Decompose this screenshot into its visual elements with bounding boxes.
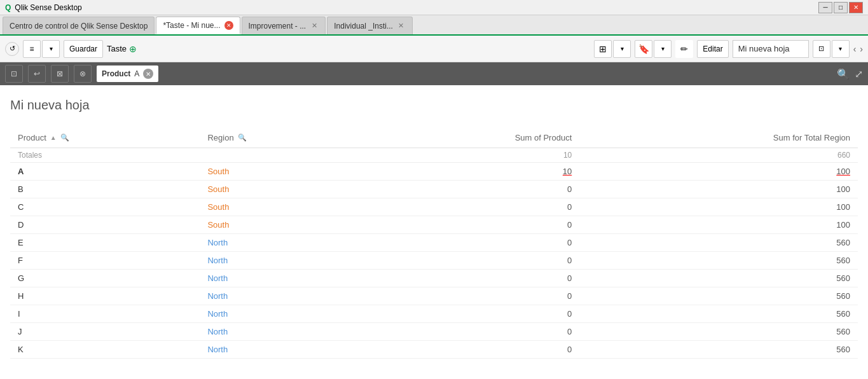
tab-individual[interactable]: Individual _Insti... ✕	[327, 17, 413, 34]
cell-region: North	[200, 287, 352, 305]
cell-product: J	[10, 323, 200, 341]
table-row: DSouth0100	[10, 216, 858, 234]
cell-sum-total: 560	[579, 270, 858, 287]
table-row: ENorth0560	[10, 234, 858, 252]
minimize-button[interactable]: ─	[818, 2, 832, 13]
app-name-area: Taste ⊕	[107, 44, 137, 54]
cell-sum-total: 560	[579, 234, 858, 252]
tabs-bar: Centro de control de Qlik Sense Desktop …	[0, 15, 868, 36]
search-icon-product[interactable]: 🔍	[60, 134, 69, 142]
cell-sum-product: 0	[352, 252, 579, 270]
select-area-icon[interactable]: ⊡	[5, 65, 23, 83]
search-icon[interactable]: 🔍	[837, 68, 850, 80]
cell-region: North	[200, 234, 352, 252]
cell-region: South	[200, 216, 352, 234]
cell-sum-product: 0	[352, 270, 579, 287]
table-row: JNorth0560	[10, 323, 858, 341]
prev-sheet-button[interactable]: ‹	[853, 44, 857, 54]
cell-product: D	[10, 216, 200, 234]
cell-sum-product: 0	[352, 198, 579, 216]
cell-product: H	[10, 287, 200, 305]
search-icon-region[interactable]: 🔍	[238, 134, 247, 142]
table-container: Product ▲ 🔍 Region 🔍 Sum of Product	[10, 128, 858, 359]
col-header-region: Region 🔍	[200, 128, 352, 148]
cell-sum-total: 560	[579, 305, 858, 323]
cell-sum-total: 560	[579, 287, 858, 305]
cell-product: B	[10, 181, 200, 198]
tab-improvement-close[interactable]: ✕	[310, 22, 319, 31]
totals-sum-product: 10	[352, 148, 579, 163]
title-bar-title: Qlik Sense Desktop	[15, 3, 81, 12]
main-toolbar: ↺ ≡ ▾ Guardar Taste ⊕ ⊞ ▾ 🔖 ▾ ✏ Editar M…	[0, 36, 868, 62]
cell-region: North	[200, 323, 352, 341]
cell-region: South	[200, 198, 352, 216]
cell-sum-product: 0	[352, 181, 579, 198]
tab-taste[interactable]: *Taste - Mi nue... ✕	[156, 17, 240, 34]
cell-product: G	[10, 270, 200, 287]
save-button[interactable]: Guardar	[64, 40, 103, 58]
clear-selection-icon[interactable]: ⊗	[74, 65, 92, 83]
table-row: FNorth0560	[10, 252, 858, 270]
tab-improvement-label: Improvement - ...	[249, 22, 307, 31]
cell-region: North	[200, 341, 352, 359]
table-row: BSouth0100	[10, 181, 858, 198]
table-row: CSouth0100	[10, 198, 858, 216]
restore-button[interactable]: □	[834, 2, 848, 13]
data-table: Product ▲ 🔍 Region 🔍 Sum of Product	[10, 128, 858, 359]
cell-product: K	[10, 341, 200, 359]
cell-region: South	[200, 181, 352, 198]
col-header-product: Product ▲ 🔍	[10, 128, 200, 148]
menu-button[interactable]: ≡	[23, 40, 41, 58]
sheet-name-display: Mi nueva hoja	[733, 40, 809, 58]
filter-chip-product[interactable]: Product A ✕	[97, 65, 158, 82]
cell-region: North	[200, 270, 352, 287]
view-dropdown[interactable]: ▾	[613, 40, 631, 58]
cell-sum-product: 0	[352, 323, 579, 341]
close-button[interactable]: ✕	[849, 2, 863, 13]
expand-icon[interactable]: ⤢	[855, 68, 863, 80]
app-globe-icon: ⊕	[129, 44, 137, 54]
bookmark-button[interactable]: 🔖	[635, 40, 652, 58]
filter-chip-label: Product	[102, 69, 130, 78]
edit-button[interactable]: Editar	[697, 40, 728, 58]
cell-product: E	[10, 234, 200, 252]
edit-label: Editar	[703, 45, 722, 53]
tab-control[interactable]: Centro de control de Qlik Sense Desktop	[3, 17, 155, 34]
tab-taste-close[interactable]: ✕	[224, 21, 233, 30]
cell-product: A	[10, 163, 200, 181]
next-sheet-button[interactable]: ›	[860, 44, 863, 54]
cell-product: C	[10, 198, 200, 216]
title-bar: Q Qlik Sense Desktop ─ □ ✕	[0, 0, 868, 15]
table-row: KNorth0560	[10, 341, 858, 359]
screenshot-button[interactable]: ⊡	[813, 40, 830, 58]
cell-sum-product: 0	[352, 341, 579, 359]
lasso-select-icon[interactable]: ⊠	[51, 65, 69, 83]
table-row: INorth0560	[10, 305, 858, 323]
filter-chip-close[interactable]: ✕	[143, 69, 153, 79]
cell-sum-product: 0	[352, 234, 579, 252]
tab-improvement[interactable]: Improvement - ... ✕	[242, 17, 326, 34]
cell-sum-total: 100	[579, 163, 858, 181]
app-name: Taste	[107, 44, 127, 53]
sort-arrow-product[interactable]: ▲	[50, 134, 57, 141]
tab-control-label: Centro de control de Qlik Sense Desktop	[10, 22, 148, 31]
cell-sum-product: 0	[352, 305, 579, 323]
cell-sum-total: 100	[579, 198, 858, 216]
dropdown-button[interactable]: ▾	[42, 40, 60, 58]
view-button[interactable]: ⊞	[594, 40, 612, 58]
back-button[interactable]: ↺	[5, 42, 19, 56]
page-content: Mi nueva hoja Product ▲ 🔍 Region	[0, 85, 868, 371]
tab-taste-label: *Taste - Mi nue...	[163, 21, 220, 30]
pencil-icon: ✏	[675, 40, 693, 58]
totals-sum-total: 660	[579, 148, 858, 163]
tab-individual-label: Individual _Insti...	[334, 22, 393, 31]
undo-selection-icon[interactable]: ↩	[28, 65, 46, 83]
cell-sum-total: 560	[579, 252, 858, 270]
totals-label: Totales	[10, 148, 200, 163]
tab-individual-close[interactable]: ✕	[397, 22, 406, 31]
col-header-sum-product: Sum of Product	[352, 128, 579, 148]
page-title: Mi nueva hoja	[10, 98, 858, 113]
filter-chip-value: A	[134, 69, 139, 78]
bookmark-dropdown[interactable]: ▾	[654, 40, 672, 58]
screenshot-dropdown[interactable]: ▾	[832, 40, 850, 58]
